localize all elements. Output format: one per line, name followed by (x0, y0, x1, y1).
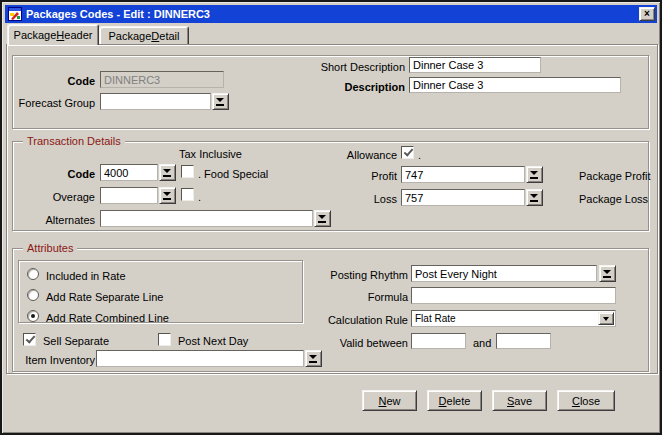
allowance-suffix-label: . (418, 148, 421, 162)
and-label: and (473, 336, 491, 350)
allowance-checkbox[interactable] (401, 146, 414, 159)
formula-field[interactable] (411, 287, 616, 304)
close-icon: × (644, 9, 650, 19)
transaction-code-label: Code (17, 167, 95, 181)
lov-arrow-icon (216, 97, 225, 107)
transaction-details-title: Transaction Details (23, 135, 125, 147)
forecast-group-lov-button[interactable] (212, 93, 229, 110)
new-button[interactable]: New (362, 390, 417, 411)
loss-field[interactable] (401, 189, 525, 206)
posting-rhythm-label: Posting Rhythm (277, 268, 408, 282)
sell-separate-label: Sell Separate (43, 334, 109, 348)
package-header-panel: Code Forecast Group Short Description De… (6, 44, 658, 374)
attributes-title: Attributes (23, 242, 77, 254)
food-special-checkbox[interactable] (181, 165, 194, 178)
allowance-label: Allowance (287, 148, 397, 162)
overage-checkbox[interactable] (181, 188, 194, 201)
overage-field[interactable] (100, 187, 158, 204)
profit-field[interactable] (401, 166, 525, 183)
radio-add-rate-separate-line[interactable] (27, 289, 39, 301)
radio-add-rate-separate-line-label: Add Rate Separate Line (46, 290, 163, 304)
lov-arrow-icon (603, 269, 612, 279)
profit-lov-button[interactable] (526, 166, 543, 183)
short-description-label: Short Description (277, 60, 405, 74)
alternates-field[interactable] (100, 210, 313, 227)
window-title: Packages Codes - Edit : DINNERC3 (26, 8, 210, 20)
radio-add-rate-combined-line[interactable] (27, 310, 39, 322)
save-button[interactable]: Save (492, 390, 547, 411)
valid-between-label: Valid between (277, 336, 408, 350)
food-special-label: . Food Special (198, 167, 268, 181)
radio-included-in-rate[interactable] (27, 268, 39, 280)
profit-caption: Package Profit (579, 169, 651, 183)
short-description-field[interactable] (409, 57, 541, 73)
delete-button[interactable]: Delete (427, 390, 482, 411)
post-next-day-label: Post Next Day (178, 334, 248, 348)
loss-label: Loss (287, 192, 397, 206)
lov-arrow-icon (163, 191, 172, 201)
transaction-code-field[interactable] (100, 164, 158, 181)
chevron-down-icon (603, 317, 609, 321)
dropdown-arrow-button[interactable] (598, 312, 614, 325)
description-field[interactable] (409, 77, 621, 93)
posting-rhythm-field[interactable] (411, 265, 597, 282)
calculation-rule-label: Calculation Rule (277, 313, 408, 327)
lov-arrow-icon (309, 354, 318, 364)
lov-arrow-icon (530, 193, 539, 203)
profit-label: Profit (287, 169, 397, 183)
loss-lov-button[interactable] (526, 189, 543, 206)
alternates-lov-button[interactable] (314, 210, 331, 227)
formula-label: Formula (277, 290, 408, 304)
forecast-group-field[interactable] (100, 93, 211, 110)
overage-lov-button[interactable] (159, 187, 176, 204)
packages-codes-window: Packages Codes - Edit : DINNERC3 × Packa… (0, 0, 662, 435)
item-inventory-lov-button[interactable] (305, 350, 322, 367)
close-button[interactable]: × (639, 7, 655, 21)
posting-rhythm-lov-button[interactable] (599, 265, 616, 282)
app-icon (8, 7, 22, 21)
valid-to-field[interactable] (496, 333, 551, 349)
description-label: Description (277, 80, 405, 94)
lov-arrow-icon (163, 168, 172, 178)
loss-caption: Package Loss (579, 192, 648, 206)
radio-included-in-rate-label: Included in Rate (46, 269, 126, 283)
overage-label: Overage (17, 190, 95, 204)
title-bar[interactable]: Packages Codes - Edit : DINNERC3 × (5, 5, 657, 23)
tab-package-header[interactable]: Package Header (7, 24, 99, 45)
code-label: Code (17, 74, 95, 88)
tax-inclusive-label: Tax Inclusive (179, 147, 242, 161)
post-next-day-checkbox[interactable] (158, 333, 171, 346)
calculation-rule-dropdown[interactable]: Flat Rate (411, 310, 616, 327)
calculation-rule-value: Flat Rate (412, 313, 598, 324)
radio-add-rate-combined-line-label: Add Rate Combined Line (46, 311, 169, 325)
code-field[interactable] (100, 71, 224, 88)
item-inventory-label: Item Inventory (17, 353, 95, 367)
valid-from-field[interactable] (411, 333, 466, 349)
lov-arrow-icon (318, 214, 327, 224)
sell-separate-checkbox[interactable] (23, 333, 36, 346)
overage-checkbox-label: . (198, 190, 201, 204)
forecast-group-label: Forecast Group (17, 96, 95, 110)
alternates-label: Alternates (17, 213, 95, 227)
close-button-bottom[interactable]: Close (557, 390, 615, 411)
lov-arrow-icon (530, 170, 539, 180)
tab-package-detail[interactable]: Package Detail (99, 26, 189, 45)
item-inventory-field[interactable] (96, 350, 304, 367)
transaction-code-lov-button[interactable] (159, 164, 176, 181)
